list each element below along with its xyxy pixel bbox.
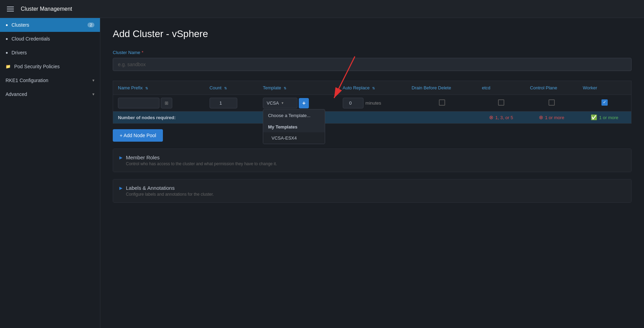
th-count: Count ⇅ [205,81,258,95]
sidebar-item-advanced[interactable]: Advanced ▾ [0,87,100,101]
th-name-prefix: Name Prefix ⇅ [113,81,205,95]
sidebar-item-label: Drivers [11,50,27,55]
nodes-required-row: Number of nodes required: ⊗ 1, 3, or 5 [113,112,632,124]
sidebar-item-label: Advanced [6,91,27,97]
template-dropdown: Choose a Template... My Templates VCSA-E… [263,109,325,144]
name-prefix-cell: ⊞ [113,95,205,112]
count-input[interactable] [210,98,237,108]
labels-annotations-content: Labels & Annotations Configure labels an… [126,185,214,197]
name-prefix-input[interactable] [118,98,159,108]
sidebar: ● Clusters 2 ● Cloud Credentials ● Drive… [0,18,100,328]
worker-requirement-badge: ✅ 1 or more [591,114,618,121]
th-worker: Worker [578,81,632,95]
dropdown-item-vcsa-esx4[interactable]: VCSA-ESX4 [263,132,325,144]
sidebar-item-clusters[interactable]: ● Clusters 2 [0,18,100,32]
table-row: ⊞ VCSA ▾ + [113,95,632,112]
clusters-badge: 2 [88,23,94,27]
drain-before-delete-checkbox[interactable] [439,99,445,106]
required-marker: * [141,50,143,55]
nodes-required-drain-cell [407,112,477,124]
control-plane-requirement-badge: ⊗ 1 or more [539,114,564,121]
control-plane-req-error-icon: ⊗ [539,114,543,121]
th-template: Template ⇅ [258,81,338,95]
nodes-required-etcd-cell: ⊗ 1, 3, or 5 [477,112,525,124]
advanced-chevron-icon: ▾ [92,92,94,97]
template-add-button[interactable]: + [299,98,309,108]
th-auto-replace: Auto Replace ⇅ [338,81,407,95]
sort-auto-replace-icon: ⇅ [372,86,375,90]
template-select[interactable]: VCSA ▾ [263,98,297,108]
th-drain-before-delete: Drain Before Delete [407,81,477,95]
sidebar-item-rke1-configuration[interactable]: RKE1 Configuration ▾ [0,73,100,87]
sidebar-item-label: Pod Security Policies [14,64,60,69]
worker-cell [578,95,632,112]
count-cell [205,95,258,112]
labels-annotations-arrow-icon: ▶ [119,186,122,190]
template-chevron-icon: ▾ [282,101,284,105]
sidebar-item-label: Clusters [11,22,29,28]
sidebar-item-label: Cloud Credentials [11,36,50,42]
th-etcd: etcd [477,81,525,95]
control-plane-cell [525,95,578,112]
labels-annotations-section: ▶ Labels & Annotations Configure labels … [113,179,632,203]
member-roles-arrow-icon: ▶ [119,155,122,160]
nodes-required-worker-cell: ✅ 1 or more [578,112,632,124]
etcd-checkbox[interactable] [498,99,504,106]
page-title: Add Cluster - vSphere [113,28,632,39]
sort-template-icon: ⇅ [284,86,286,90]
menu-icon[interactable] [7,7,14,11]
worker-checkbox[interactable] [601,99,608,106]
table-header-row: Name Prefix ⇅ Count ⇅ Template ⇅ Auto [113,81,632,95]
main-content: Add Cluster - vSphere Cluster Name * Nam… [100,18,644,328]
etcd-requirement-badge: ⊗ 1, 3, or 5 [489,114,513,121]
add-node-pool-button[interactable]: + Add Node Pool [113,129,163,142]
control-plane-checkbox[interactable] [549,99,555,106]
clusters-icon: ● [6,23,8,27]
sidebar-item-drivers[interactable]: ● Drivers [0,46,100,60]
node-pool-table-container: Name Prefix ⇅ Count ⇅ Template ⇅ Auto [113,81,632,124]
labels-annotations-header[interactable]: ▶ Labels & Annotations Configure labels … [113,179,631,202]
th-control-plane: Control Plane [525,81,578,95]
drain-before-delete-cell [407,95,477,112]
topbar: Cluster Management [0,0,644,18]
cluster-name-label: Cluster Name * [113,50,632,55]
template-select-wrapper: VCSA ▾ + Choose a Template... [263,98,333,108]
app-title: Cluster Management [21,6,72,12]
etcd-cell [477,95,525,112]
name-prefix-icon-btn[interactable]: ⊞ [161,98,172,108]
node-pool-table: Name Prefix ⇅ Count ⇅ Template ⇅ Auto [113,81,632,124]
drivers-icon: ● [6,50,8,55]
etcd-req-error-icon: ⊗ [489,114,494,121]
cloud-credentials-icon: ● [6,36,8,41]
add-node-pool-section: + Add Node Pool [113,124,632,142]
dropdown-item-choose[interactable]: Choose a Template... [263,109,325,122]
sort-count-icon: ⇅ [224,86,227,90]
nodes-required-control-plane-cell: ⊗ 1 or more [525,112,578,124]
template-cell: VCSA ▾ + Choose a Template... [258,95,338,112]
nodes-required-auto-replace-cell [338,112,407,124]
sidebar-item-label: RKE1 Configuration [6,78,48,83]
cluster-name-field: Cluster Name * [113,50,632,81]
sidebar-item-cloud-credentials[interactable]: ● Cloud Credentials [0,32,100,46]
auto-replace-cell: minutes [338,95,407,112]
sidebar-item-pod-security[interactable]: 📁 Pod Security Policies [0,60,100,73]
sort-name-prefix-icon: ⇅ [145,86,148,90]
auto-replace-group: minutes [343,98,402,108]
member-roles-content: Member Roles Control who has access to t… [126,154,277,166]
auto-replace-input[interactable] [343,98,364,108]
member-roles-header[interactable]: ▶ Member Roles Control who has access to… [113,149,631,172]
rke1-chevron-icon: ▾ [92,78,94,83]
cluster-name-input[interactable] [113,58,632,71]
dropdown-item-my-templates[interactable]: My Templates [263,122,325,132]
template-selected-value: VCSA [267,100,279,106]
worker-req-success-icon: ✅ [591,114,597,121]
pod-security-icon: 📁 [6,64,11,69]
member-roles-section: ▶ Member Roles Control who has access to… [113,149,632,172]
main-layout: ● Clusters 2 ● Cloud Credentials ● Drive… [0,18,644,328]
auto-replace-unit: minutes [366,100,381,106]
